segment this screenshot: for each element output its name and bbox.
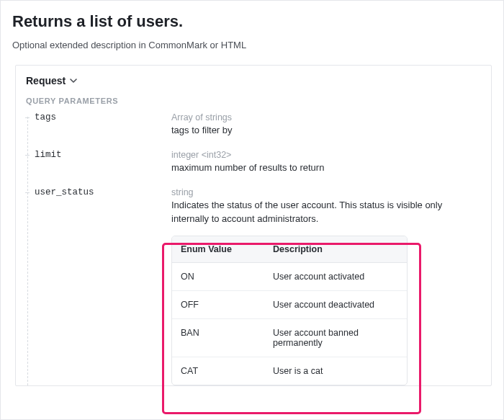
param-description: Indicates the status of the user account… <box>171 199 481 225</box>
tree-line <box>27 117 28 385</box>
page-title: Returns a list of users. <box>12 12 492 31</box>
request-label: Request <box>26 75 66 86</box>
params-list: tags Array of strings tags to filter by … <box>26 112 481 385</box>
table-row: CAT User is a cat <box>172 357 407 385</box>
param-type: Array of strings <box>171 112 481 122</box>
table-row: BAN User account banned permanently <box>172 318 407 357</box>
enum-desc: User account deactivated <box>264 290 407 318</box>
request-panel: Request QUERY PARAMETERS tags Ar <box>15 65 492 386</box>
enum-table: Enum Value Description ON User account a… <box>171 236 408 385</box>
enum-value: BAN <box>172 318 264 357</box>
page-subtitle: Optional extended description in CommonM… <box>12 40 492 50</box>
section-label: QUERY PARAMETERS <box>26 97 481 105</box>
enum-desc: User account activated <box>264 262 407 290</box>
enum-value: OFF <box>172 290 264 318</box>
table-row: OFF User account deactivated <box>172 290 407 318</box>
param-row: tags Array of strings tags to filter by <box>32 112 481 137</box>
enum-desc: User is a cat <box>264 357 407 385</box>
enum-value: CAT <box>172 357 264 385</box>
request-toggle[interactable]: Request <box>26 75 77 86</box>
param-name: limit <box>32 150 171 160</box>
param-description: maximum number of results to return <box>171 161 481 174</box>
enum-value: ON <box>172 262 264 290</box>
enum-header-desc: Description <box>264 236 407 263</box>
param-row: user_status string Indicates the status … <box>32 187 481 385</box>
chevron-down-icon <box>70 77 77 84</box>
param-description: tags to filter by <box>171 124 481 137</box>
enum-desc: User account banned permanently <box>264 318 407 357</box>
param-name: user_status <box>32 187 171 197</box>
param-type: string <box>171 187 481 197</box>
table-row: ON User account activated <box>172 262 407 290</box>
param-type: integer <int32> <box>171 150 481 160</box>
param-row: limit integer <int32> maximum number of … <box>32 150 481 174</box>
enum-header-value: Enum Value <box>172 236 264 263</box>
param-name: tags <box>32 112 171 122</box>
